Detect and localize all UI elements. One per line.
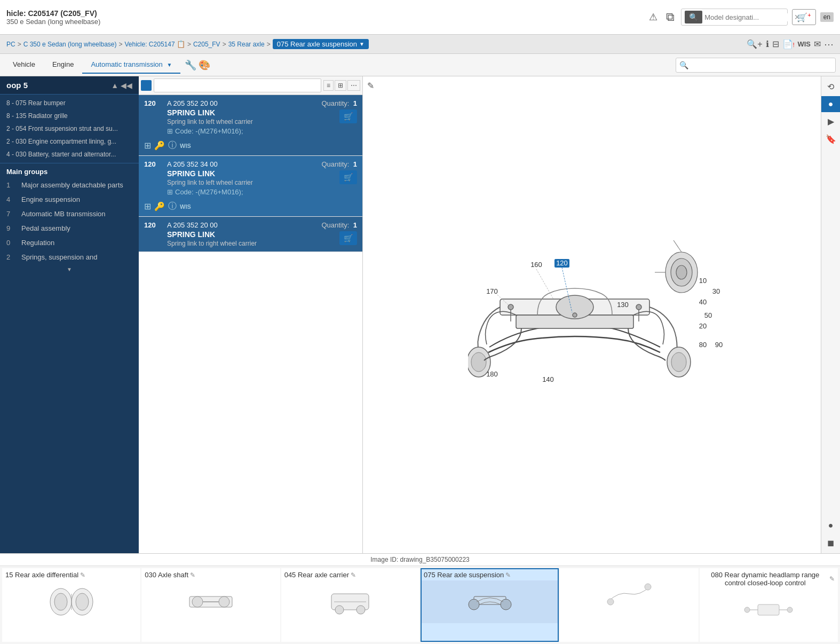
- thumbnail-label-1: 030 Axle shaft ✎: [142, 569, 279, 580]
- svg-point-45: [356, 606, 365, 614]
- thumbnail-item-1[interactable]: 030 Axle shaft ✎: [141, 568, 280, 642]
- thumbnail-item-3[interactable]: 075 Rear axle suspension ✎: [421, 568, 559, 642]
- alert-icon-button[interactable]: ⚠: [647, 9, 660, 25]
- breadcrumb-vehicle-id[interactable]: Vehicle: C205147 📋: [125, 40, 185, 48]
- tab-vehicle[interactable]: Vehicle: [4, 56, 44, 74]
- svg-text:30: 30: [712, 287, 720, 295]
- model-search-icon-button[interactable]: 🔍: [685, 11, 702, 23]
- image-edit-button[interactable]: ✎: [367, 81, 374, 91]
- doc-button[interactable]: 📄!: [782, 39, 795, 49]
- part-qty-label-1: Quantity: 1: [321, 160, 357, 168]
- zoom-search-button[interactable]: 🔍+: [747, 39, 762, 49]
- part-wis-btn-1[interactable]: WIS: [180, 203, 191, 210]
- part-qty-2: Quantity: 1 🛒: [321, 221, 357, 245]
- sidebar-recent-item-0[interactable]: 8 - 075 Rear bumper: [0, 97, 139, 109]
- sidebar-collapse-left-button[interactable]: ◀◀: [121, 81, 132, 90]
- breadcrumb-rear-axle[interactable]: 35 Rear axle: [228, 41, 265, 48]
- right-tool-bookmark-button[interactable]: 🔖: [821, 131, 840, 147]
- part-info-btn-0[interactable]: ⓘ: [168, 140, 177, 151]
- right-tool-chevron-button[interactable]: ▶: [821, 113, 840, 130]
- svg-point-50: [607, 599, 614, 605]
- svg-point-44: [335, 606, 344, 614]
- sidebar-recent-item-1[interactable]: 8 - 135 Radiator grille: [0, 109, 139, 122]
- tab-wrench-button[interactable]: 🔧: [185, 59, 196, 71]
- part-qty-0: Quantity: 1 🛒: [321, 99, 357, 123]
- sidebar-item-major-assembly[interactable]: 1 Major assembly detachable parts: [0, 178, 139, 192]
- sidebar-title: oop 5: [6, 81, 28, 90]
- part-info-1: A 205 352 34 00 SPRING LINK Spring link …: [167, 160, 317, 198]
- part-key-btn-1[interactable]: 🔑: [154, 201, 165, 211]
- part-code-0: ⊞ Code: -(M276+M016);: [167, 127, 317, 135]
- breadcrumb-pc[interactable]: PC: [6, 41, 15, 48]
- part-row-header-0: 120 A 205 352 20 00 SPRING LINK Spring l…: [144, 99, 357, 137]
- part-qty-label-2: Quantity: 1: [321, 221, 357, 229]
- part-actions-1: ⊞ 🔑 ⓘ WIS: [144, 201, 357, 212]
- right-tool-share-button[interactable]: ⟲: [821, 78, 840, 95]
- copy-icon-button[interactable]: ⧉: [664, 8, 677, 26]
- part-key-btn-0[interactable]: 🔑: [154, 140, 165, 151]
- mail-button[interactable]: ✉: [814, 39, 821, 49]
- thumbnail-label-3: 075 Rear axle suspension ✎: [422, 569, 558, 580]
- thumbnail-label-5: 080 Rear dynamic headlamp range control …: [701, 569, 837, 588]
- info-button[interactable]: ℹ: [766, 39, 769, 49]
- parts-grid-view-button[interactable]: ⊞: [335, 80, 346, 91]
- model-search-input[interactable]: [704, 13, 794, 21]
- thumbnail-item-4[interactable]: [560, 568, 698, 642]
- sidebar-header: oop 5 ▲ ◀◀: [0, 76, 139, 95]
- add-to-cart-button-1[interactable]: 🛒: [339, 170, 357, 184]
- svg-point-11: [573, 313, 577, 317]
- parts-list-view-button[interactable]: ≡: [323, 80, 334, 91]
- tab-engine[interactable]: Engine: [44, 56, 82, 74]
- parts-more-button[interactable]: ⋯: [347, 80, 360, 91]
- breadcrumb-c205fv[interactable]: C205_FV: [193, 41, 220, 48]
- cart-icon-button[interactable]: 🛒+: [792, 9, 815, 25]
- right-tool-bottom-button[interactable]: ◼: [821, 535, 840, 551]
- parts-search-input[interactable]: [154, 78, 321, 92]
- svg-point-40: [192, 596, 203, 607]
- tab-search-box: 🔍: [676, 58, 836, 73]
- tab-automatic-transmission[interactable]: Automatic transmission ▼: [82, 56, 180, 74]
- sidebar-recent-item-2[interactable]: 2 - 054 Front suspension strut and su...: [0, 122, 139, 135]
- sidebar-recent-item-3[interactable]: 2 - 030 Engine compartment lining, g...: [0, 135, 139, 148]
- breadcrumb-dropdown-icon: ▼: [359, 41, 364, 47]
- thumbnail-img-2: [282, 580, 418, 623]
- add-to-cart-button-2[interactable]: 🛒: [339, 231, 357, 245]
- sidebar-item-regulation[interactable]: 0 Regulation: [0, 235, 139, 250]
- sidebar-item-pedal[interactable]: 9 Pedal assembly: [0, 221, 139, 235]
- right-tool-highlight-button[interactable]: ●: [821, 96, 840, 112]
- svg-text:130: 130: [617, 301, 629, 309]
- image-panel: ✎: [363, 76, 840, 553]
- part-qty-num-0: 1: [353, 99, 357, 107]
- tab-paint-button[interactable]: 🎨: [199, 59, 210, 71]
- add-to-cart-button-0[interactable]: 🛒: [339, 109, 357, 123]
- svg-text:20: 20: [699, 322, 707, 330]
- tab-search-input[interactable]: [688, 61, 832, 69]
- part-wis-btn-0[interactable]: WIS: [180, 143, 191, 149]
- part-code-1: ⊞ Code: -(M276+M016);: [167, 188, 317, 196]
- part-article-0: A 205 352 20 00: [167, 99, 317, 107]
- thumbnail-edit-icon-5: ✎: [829, 575, 835, 583]
- thumbnail-item-5[interactable]: 080 Rear dynamic headlamp range control …: [700, 568, 838, 642]
- part-table-btn-1[interactable]: ⊞: [144, 201, 151, 211]
- sidebar-item-automatic-mb[interactable]: 7 Automatic MB transmission: [0, 207, 139, 221]
- wis-button[interactable]: WIS: [797, 40, 811, 48]
- right-tool-share2-button[interactable]: ●: [821, 517, 840, 533]
- breadcrumb-vehicle-model[interactable]: C 350 e Sedan (long wheelbase): [23, 41, 117, 48]
- sidebar-item-springs[interactable]: 2 Springs, suspension and: [0, 250, 139, 264]
- thumbnail-item-0[interactable]: 15 Rear axle differential ✎: [2, 568, 140, 642]
- sidebar-collapse-up-button[interactable]: ▲: [111, 81, 118, 90]
- tab-search-icon-button[interactable]: 🔍: [679, 61, 688, 69]
- thumbnail-row: 15 Rear axle differential ✎ 030 Axle: [0, 566, 840, 644]
- part-info-btn-1[interactable]: ⓘ: [168, 201, 177, 212]
- more-button[interactable]: ⋯: [824, 38, 834, 50]
- thumbnail-item-2[interactable]: 045 Rear axle carrier ✎: [281, 568, 419, 642]
- breadcrumb-current[interactable]: 075 Rear axle suspension ▼: [273, 39, 369, 49]
- part-actions-0: ⊞ 🔑 ⓘ WIS: [144, 140, 357, 151]
- part-qty-1: Quantity: 1 🛒: [321, 160, 357, 184]
- filter-button[interactable]: ⊟: [772, 39, 779, 49]
- part-name-0: SPRING LINK: [167, 108, 317, 117]
- sidebar-recent-item-4[interactable]: 4 - 030 Battery, starter and alternator.…: [0, 148, 139, 161]
- sidebar-item-engine-suspension[interactable]: 4 Engine suspension: [0, 192, 139, 207]
- part-table-btn-0[interactable]: ⊞: [144, 140, 151, 151]
- svg-text:180: 180: [486, 370, 498, 378]
